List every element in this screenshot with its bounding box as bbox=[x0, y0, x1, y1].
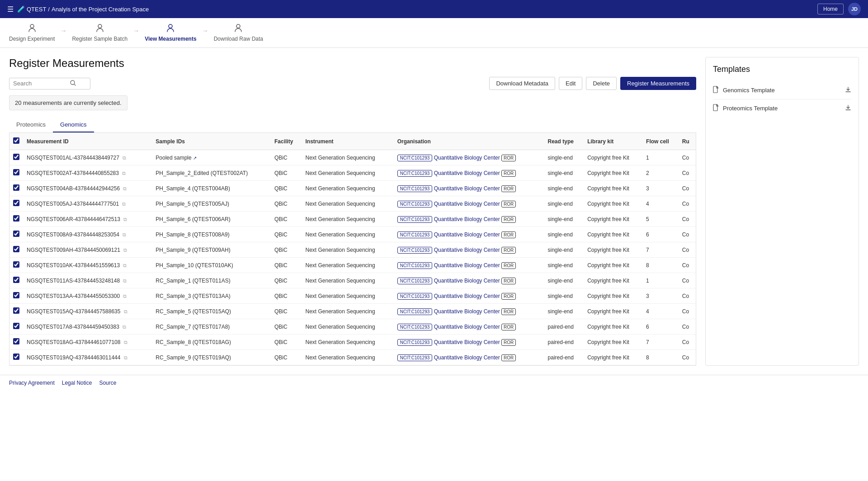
ncit-badge[interactable]: NCIT:C101293 bbox=[397, 231, 433, 238]
copy-id-icon[interactable]: ⧉ bbox=[123, 247, 127, 253]
row-checkbox[interactable] bbox=[13, 154, 19, 160]
wizard-step-register-sample-batch[interactable]: Register Sample Batch bbox=[72, 24, 127, 42]
ncit-badge[interactable]: NCIT:C101293 bbox=[397, 170, 433, 177]
row-checkbox-cell[interactable] bbox=[9, 304, 23, 319]
row-checkbox-cell[interactable] bbox=[9, 350, 23, 365]
copy-id-icon[interactable]: ⧉ bbox=[123, 186, 127, 191]
ror-badge[interactable]: ROR bbox=[501, 231, 516, 238]
copy-id-icon[interactable]: ⧉ bbox=[122, 170, 126, 176]
privacy-agreement-link[interactable]: Privacy Agreement bbox=[9, 380, 55, 386]
ncit-badge[interactable]: NCIT:C101293 bbox=[397, 339, 433, 346]
download-metadata-button[interactable]: Download Metadata bbox=[489, 77, 555, 90]
copy-id-icon[interactable]: ⧉ bbox=[123, 232, 126, 237]
ror-badge[interactable]: ROR bbox=[501, 247, 516, 254]
row-checkbox-cell[interactable] bbox=[9, 227, 23, 242]
org-link[interactable]: Quantitative Biology Center bbox=[434, 354, 500, 361]
row-checkbox-cell[interactable] bbox=[9, 288, 23, 304]
ncit-badge[interactable]: NCIT:C101293 bbox=[397, 278, 433, 284]
org-link[interactable]: Quantitative Biology Center bbox=[434, 170, 500, 176]
legal-notice-link[interactable]: Legal Notice bbox=[62, 380, 92, 386]
ror-badge[interactable]: ROR bbox=[501, 339, 516, 346]
ror-badge[interactable]: ROR bbox=[501, 293, 516, 300]
ncit-badge[interactable]: NCIT:C101293 bbox=[397, 216, 433, 223]
row-checkbox-cell[interactable] bbox=[9, 335, 23, 350]
org-link[interactable]: Quantitative Biology Center bbox=[434, 293, 500, 299]
row-checkbox-cell[interactable] bbox=[9, 242, 23, 258]
breadcrumb-project[interactable]: QTEST bbox=[27, 6, 46, 13]
ror-badge[interactable]: ROR bbox=[501, 308, 516, 315]
copy-id-icon[interactable]: ⧉ bbox=[124, 309, 127, 314]
ncit-badge[interactable]: NCIT:C101293 bbox=[397, 293, 433, 300]
ror-badge[interactable]: ROR bbox=[501, 324, 516, 330]
row-checkbox[interactable] bbox=[13, 200, 19, 206]
row-checkbox[interactable] bbox=[13, 169, 19, 175]
home-button[interactable]: Home bbox=[817, 4, 844, 14]
ncit-badge[interactable]: NCIT:C101293 bbox=[397, 308, 433, 315]
hamburger-menu[interactable]: ☰ bbox=[7, 5, 14, 14]
org-link[interactable]: Quantitative Biology Center bbox=[434, 247, 500, 253]
ror-badge[interactable]: ROR bbox=[501, 278, 516, 284]
wizard-step-design-experiment[interactable]: Design Experiment bbox=[9, 24, 55, 42]
row-checkbox[interactable] bbox=[13, 292, 19, 298]
ror-badge[interactable]: ROR bbox=[501, 170, 516, 177]
org-link[interactable]: Quantitative Biology Center bbox=[434, 185, 500, 192]
ncit-badge[interactable]: NCIT:C101293 bbox=[397, 354, 433, 361]
ncit-badge[interactable]: NCIT:C101293 bbox=[397, 155, 433, 161]
search-input[interactable] bbox=[13, 80, 67, 87]
ncit-badge[interactable]: NCIT:C101293 bbox=[397, 324, 433, 330]
copy-id-icon[interactable]: ⧉ bbox=[122, 201, 126, 207]
org-link[interactable]: Quantitative Biology Center bbox=[434, 216, 500, 222]
ncit-badge[interactable]: NCIT:C101293 bbox=[397, 262, 433, 269]
org-link[interactable]: Quantitative Biology Center bbox=[434, 324, 500, 330]
copy-id-icon[interactable]: ⧉ bbox=[124, 355, 127, 360]
tab-proteomics[interactable]: Proteomics bbox=[9, 118, 53, 132]
row-checkbox[interactable] bbox=[13, 231, 19, 237]
row-checkbox-cell[interactable] bbox=[9, 196, 23, 212]
external-link-icon[interactable]: ↗ bbox=[193, 156, 197, 160]
ror-badge[interactable]: ROR bbox=[501, 262, 516, 269]
row-checkbox-cell[interactable] bbox=[9, 212, 23, 227]
row-checkbox[interactable] bbox=[13, 215, 19, 222]
edit-button[interactable]: Edit bbox=[559, 77, 582, 90]
ror-badge[interactable]: ROR bbox=[501, 354, 516, 361]
org-link[interactable]: Quantitative Biology Center bbox=[434, 339, 500, 345]
search-box[interactable] bbox=[9, 78, 90, 90]
ncit-badge[interactable]: NCIT:C101293 bbox=[397, 201, 433, 207]
select-all-header[interactable] bbox=[9, 133, 23, 150]
ncit-badge[interactable]: NCIT:C101293 bbox=[397, 247, 433, 254]
copy-id-icon[interactable]: ⧉ bbox=[123, 293, 127, 299]
wizard-step-view-measurements[interactable]: View Measurements bbox=[145, 24, 197, 42]
wizard-step-download-raw-data[interactable]: Download Raw Data bbox=[214, 24, 263, 42]
row-checkbox-cell[interactable] bbox=[9, 150, 23, 165]
ncit-badge[interactable]: NCIT:C101293 bbox=[397, 185, 433, 192]
copy-id-icon[interactable]: ⧉ bbox=[123, 217, 127, 222]
row-checkbox[interactable] bbox=[13, 261, 19, 268]
org-link[interactable]: Quantitative Biology Center bbox=[434, 262, 500, 269]
download-template-icon[interactable] bbox=[845, 104, 851, 112]
org-link[interactable]: Quantitative Biology Center bbox=[434, 278, 500, 284]
ror-badge[interactable]: ROR bbox=[501, 216, 516, 223]
copy-id-icon[interactable]: ⧉ bbox=[123, 278, 127, 283]
delete-button[interactable]: Delete bbox=[586, 77, 617, 90]
row-checkbox-cell[interactable] bbox=[9, 273, 23, 288]
copy-id-icon[interactable]: ⧉ bbox=[123, 263, 127, 268]
select-all-checkbox[interactable] bbox=[13, 137, 19, 144]
org-link[interactable]: Quantitative Biology Center bbox=[434, 201, 500, 207]
row-checkbox[interactable] bbox=[13, 307, 19, 314]
row-checkbox[interactable] bbox=[13, 338, 19, 344]
row-checkbox[interactable] bbox=[13, 277, 19, 283]
row-checkbox[interactable] bbox=[13, 184, 19, 191]
row-checkbox[interactable] bbox=[13, 323, 19, 329]
copy-id-icon[interactable]: ⧉ bbox=[123, 155, 126, 160]
copy-id-icon[interactable]: ⧉ bbox=[123, 324, 126, 330]
ror-badge[interactable]: ROR bbox=[501, 185, 516, 192]
register-measurements-button[interactable]: Register Measurements bbox=[620, 77, 696, 90]
ror-badge[interactable]: ROR bbox=[501, 155, 516, 161]
tab-genomics[interactable]: Genomics bbox=[53, 118, 94, 132]
org-link[interactable]: Quantitative Biology Center bbox=[434, 308, 500, 315]
row-checkbox-cell[interactable] bbox=[9, 181, 23, 196]
row-checkbox[interactable] bbox=[13, 246, 19, 252]
source-link[interactable]: Source bbox=[99, 380, 116, 386]
row-checkbox-cell[interactable] bbox=[9, 165, 23, 181]
download-template-icon[interactable] bbox=[845, 86, 851, 94]
